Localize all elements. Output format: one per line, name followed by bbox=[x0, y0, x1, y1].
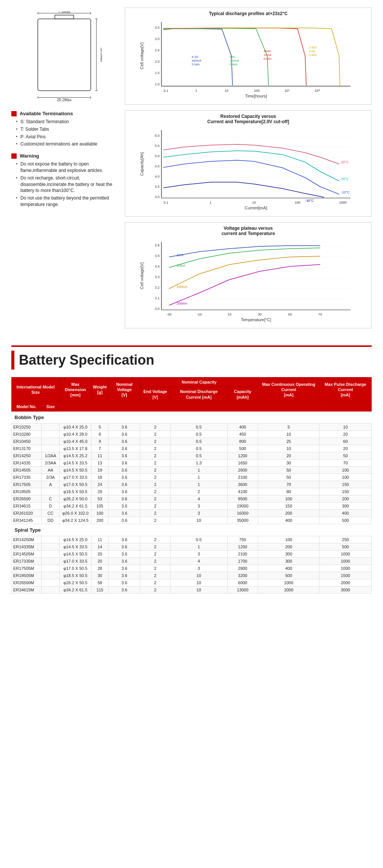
cell-model: ER17335M bbox=[12, 558, 42, 565]
cell-voltage: 3.6 bbox=[109, 543, 140, 551]
svg-text:10³: 10³ bbox=[284, 89, 289, 93]
svg-text:5.0: 5.0 bbox=[155, 154, 160, 158]
svg-text:26.2Max: 26.2Max bbox=[57, 98, 71, 102]
cell-max-pulse: 500 bbox=[319, 543, 372, 551]
cell-size bbox=[42, 565, 60, 572]
cell-size bbox=[42, 536, 60, 543]
cell-model: ER17505 bbox=[12, 481, 42, 488]
cell-capacity: 2100 bbox=[227, 551, 258, 558]
cell-max-pulse: 70 bbox=[319, 460, 372, 467]
svg-text:3.5: 3.5 bbox=[155, 26, 160, 29]
svg-text:2.5: 2.5 bbox=[155, 48, 160, 52]
cell-size bbox=[42, 579, 60, 586]
cell-voltage: 3.6 bbox=[109, 572, 140, 579]
cell-nom-cur: 3 bbox=[170, 551, 227, 558]
table-row: ER14335M φ14.5 X 33.5 14 3.6 2 1 1200 20… bbox=[12, 543, 372, 551]
cell-end-v: 2 bbox=[140, 586, 170, 594]
cell-max-pulse: 150 bbox=[319, 481, 372, 488]
table-row: ER17335M φ17.0 X 33.5 20 3.6 2 4 1700 30… bbox=[12, 558, 372, 565]
top-section: 7.5Max 50.0Max 26.2Max bbox=[11, 8, 372, 334]
cell-voltage: 3.6 bbox=[109, 558, 140, 565]
cell-end-v: 2 bbox=[140, 579, 170, 586]
cell-nom-cur: 10 bbox=[170, 586, 227, 594]
svg-text:-30°C: -30°C bbox=[305, 199, 314, 203]
cell-model: ER17335 bbox=[12, 474, 42, 481]
svg-text:10mA: 10mA bbox=[264, 53, 272, 57]
cell-dim: φ18.5 X 50.5 bbox=[60, 488, 91, 495]
terminations-title: Available Terminations bbox=[20, 111, 73, 116]
col-weight: Weight [g] bbox=[91, 378, 108, 402]
col-model: International Model Size bbox=[12, 378, 60, 402]
cell-end-v: 2 bbox=[140, 503, 170, 510]
svg-text:1mA: 1mA bbox=[177, 253, 184, 257]
spiral-type-label: Spiral Type bbox=[12, 524, 372, 536]
chart1-title: Typical discharge profiles at+23±2°C bbox=[128, 11, 368, 16]
cell-nom-cur: 1 bbox=[170, 481, 227, 488]
chart3-svg: Cell voltage[V] 3.0 3.1 3.2 3.3 3.4 3.5 … bbox=[139, 238, 358, 325]
left-panel: 7.5Max 50.0Max 26.2Max bbox=[11, 8, 117, 334]
cell-dim: φ17.0 X 50.5 bbox=[60, 481, 91, 488]
cell-max-cont: 150 bbox=[258, 503, 319, 510]
cell-max-cont: 70 bbox=[258, 481, 319, 488]
svg-text:3.6kΩ: 3.6kΩ bbox=[309, 46, 317, 49]
col-max-cont: Max Continuous Operating Current [mA] bbox=[258, 378, 319, 402]
cell-nom-cur: 4 bbox=[170, 558, 227, 565]
cell-max-cont: 100 bbox=[258, 536, 319, 543]
table-row: ER10280 φ10.4 X 28.0 6 3.6 2 0.5 450 10 … bbox=[12, 431, 372, 438]
svg-text:3.2: 3.2 bbox=[155, 286, 160, 289]
cell-size bbox=[42, 543, 60, 551]
cell-size bbox=[42, 572, 60, 579]
svg-text:4.0: 4.0 bbox=[155, 175, 160, 178]
cell-voltage: 3.6 bbox=[109, 452, 140, 460]
svg-text:2.0: 2.0 bbox=[155, 60, 160, 63]
cell-max-cont: 5 bbox=[258, 424, 319, 431]
cell-max-pulse: 3000 bbox=[319, 586, 372, 594]
cell-max-pulse: 50 bbox=[319, 452, 372, 460]
cell-weight: 20 bbox=[91, 551, 108, 558]
table-row: ER14505 AA φ14.5 X 50.5 19 3.6 2 1 2600 … bbox=[12, 467, 372, 474]
chart2-title: Restored Capacity versus Current and Tem… bbox=[128, 114, 368, 124]
svg-text:1.0: 1.0 bbox=[155, 82, 160, 86]
cell-capacity: 400 bbox=[227, 424, 258, 431]
spec-title-bar bbox=[11, 351, 14, 370]
cell-dim: φ34.2 X 61.5 bbox=[60, 586, 91, 594]
warning-header: Warning bbox=[11, 153, 117, 159]
cell-max-cont: 50 bbox=[258, 474, 319, 481]
table-row: ER13170 φ13.5 X 17.8 7 3.6 2 0.5 500 10 … bbox=[12, 445, 372, 452]
cell-max-cont: 50 bbox=[258, 467, 319, 474]
cell-voltage: 3.6 bbox=[109, 488, 140, 495]
svg-text:7.5Max: 7.5Max bbox=[58, 11, 71, 14]
cell-capacity: 35000 bbox=[227, 517, 258, 524]
cell-end-v: 2 bbox=[140, 558, 170, 565]
cell-max-pulse: 20 bbox=[319, 445, 372, 452]
col-capacity: Capacity [mAh] bbox=[227, 387, 258, 402]
cell-model: ER17505M bbox=[12, 565, 42, 572]
cell-max-cont: 400 bbox=[258, 565, 319, 572]
cell-capacity: 3200 bbox=[227, 572, 258, 579]
table-row: ER17335 2/3A φ17.0 X 33.5 18 3.6 2 1 210… bbox=[12, 474, 372, 481]
svg-text:400mA: 400mA bbox=[192, 59, 202, 62]
cell-max-cont: 30 bbox=[258, 460, 319, 467]
cell-size: D bbox=[42, 503, 60, 510]
cell-max-cont: 200 bbox=[258, 543, 319, 551]
cell-max-cont: 100 bbox=[258, 495, 319, 503]
cell-max-pulse: 200 bbox=[319, 495, 372, 503]
cell-end-v: 2 bbox=[140, 438, 170, 445]
svg-text:0.1: 0.1 bbox=[163, 89, 168, 93]
terminations-section: Available Terminations S: Standard Termi… bbox=[11, 111, 117, 147]
cell-voltage: 3.6 bbox=[109, 438, 140, 445]
cell-weight: 53 bbox=[91, 495, 108, 503]
cell-weight: 200 bbox=[91, 517, 108, 524]
cell-weight: 7 bbox=[91, 445, 108, 452]
cell-weight: 18 bbox=[91, 474, 108, 481]
svg-text:3.0: 3.0 bbox=[155, 195, 160, 199]
cell-size: 2/3A bbox=[42, 474, 60, 481]
table-row: ER34615M φ34.2 X 61.5 115 3.6 2 10 13000… bbox=[12, 586, 372, 594]
cell-weight: 11 bbox=[91, 452, 108, 460]
red-square-icon bbox=[11, 111, 17, 116]
cell-dim: φ14.5 X 50.5 bbox=[60, 467, 91, 474]
cell-capacity: 1200 bbox=[227, 543, 258, 551]
cell-max-pulse: 1500 bbox=[319, 572, 372, 579]
cell-size: DD bbox=[42, 517, 60, 524]
cell-nom-cur: 10 bbox=[170, 579, 227, 586]
